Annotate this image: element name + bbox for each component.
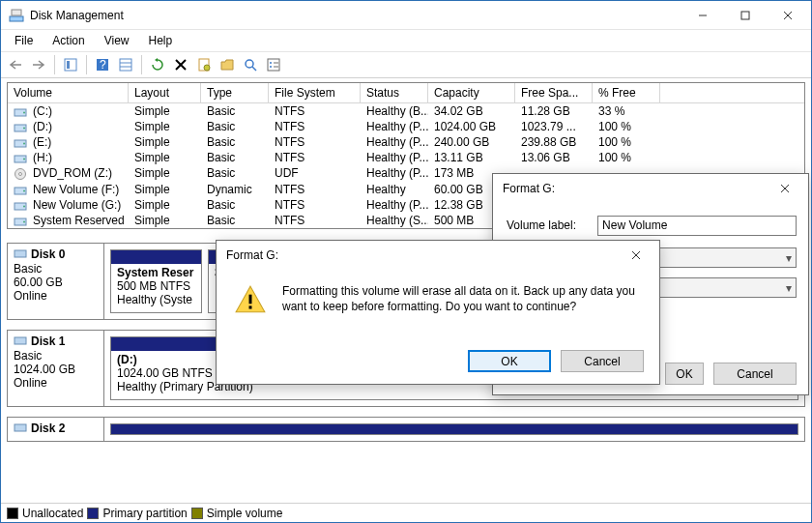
part-title: System Reser xyxy=(117,266,193,279)
drive-icon xyxy=(14,122,29,133)
disk-icon xyxy=(14,421,27,436)
svg-point-31 xyxy=(23,158,25,160)
svg-rect-48 xyxy=(249,305,252,308)
folder-icon[interactable] xyxy=(217,54,238,75)
disk2-name: Disk 2 xyxy=(31,421,65,435)
close-icon[interactable] xyxy=(617,243,655,268)
help-button[interactable]: ? xyxy=(92,54,113,75)
legend-unallocated: Unallocated xyxy=(22,507,83,520)
format-warning-dialog: Format G: Formatting this volume will er… xyxy=(216,240,660,385)
volume-label-input[interactable] xyxy=(597,216,797,236)
forward-button[interactable] xyxy=(28,54,49,75)
back-button[interactable] xyxy=(5,54,26,75)
svg-point-29 xyxy=(23,142,25,144)
partition-disk2[interactable] xyxy=(110,423,798,435)
list-view-icon[interactable] xyxy=(263,54,284,75)
svg-point-33 xyxy=(19,172,22,175)
part-title: (D:) xyxy=(117,353,137,366)
svg-rect-1 xyxy=(12,10,21,15)
disk0-size: 60.00 GB xyxy=(14,276,98,289)
column-header[interactable]: Capacity xyxy=(428,83,515,102)
column-header[interactable]: Type xyxy=(201,83,269,102)
menu-view[interactable]: View xyxy=(97,32,137,49)
disk0-type: Basic xyxy=(14,262,98,276)
partition-system-reserved[interactable]: System Reser 500 MB NTFS Healthy (Syste xyxy=(110,249,202,313)
disk-management-icon xyxy=(9,8,24,23)
svg-rect-6 xyxy=(65,59,76,71)
ok-button[interactable]: OK xyxy=(468,350,551,372)
svg-rect-7 xyxy=(67,61,70,69)
disk1-name: Disk 1 xyxy=(31,334,65,348)
volume-row[interactable]: (H:)SimpleBasicNTFSHealthy (P...13.11 GB… xyxy=(8,150,804,165)
part-line2: 500 MB NTFS xyxy=(117,279,195,293)
toolbar: ? xyxy=(1,51,811,78)
drive-icon xyxy=(14,185,29,196)
svg-point-39 xyxy=(23,220,25,222)
disk1-size: 1024.00 GB xyxy=(14,363,98,376)
volume-row[interactable]: (D:)SimpleBasicNTFSHealthy (P...1024.00 … xyxy=(8,119,804,134)
column-header[interactable]: Volume xyxy=(8,83,129,102)
search-icon[interactable] xyxy=(240,54,261,75)
close-button[interactable] xyxy=(767,2,809,29)
drive-icon xyxy=(14,106,29,118)
disk1-state: Online xyxy=(14,376,98,390)
svg-rect-40 xyxy=(14,250,26,257)
properties-icon[interactable] xyxy=(193,54,215,75)
svg-point-21 xyxy=(270,66,272,68)
menu-bar: File Action View Help xyxy=(1,30,811,51)
menu-help[interactable]: Help xyxy=(141,32,181,49)
svg-rect-10 xyxy=(120,59,131,71)
legend: Unallocated Primary partition Simple vol… xyxy=(1,503,811,522)
disk0-state: Online xyxy=(14,289,98,303)
window-title: Disk Management xyxy=(30,9,682,22)
svg-rect-42 xyxy=(14,424,26,431)
svg-point-20 xyxy=(270,62,272,64)
refresh-button[interactable] xyxy=(147,54,168,75)
menu-file[interactable]: File xyxy=(7,32,41,49)
warning-message: Formatting this volume will erase all da… xyxy=(282,283,642,319)
svg-line-18 xyxy=(252,67,256,71)
disk-icon xyxy=(14,247,27,262)
delete-icon[interactable] xyxy=(170,54,191,75)
settings-view-button[interactable] xyxy=(115,54,136,75)
svg-rect-3 xyxy=(741,12,749,19)
show-hide-button[interactable] xyxy=(60,54,81,75)
cancel-button-bg[interactable]: Cancel xyxy=(713,363,797,385)
svg-text:?: ? xyxy=(100,58,106,72)
drive-icon xyxy=(14,200,29,212)
ok-button-bg[interactable]: OK xyxy=(665,363,704,385)
svg-point-25 xyxy=(23,111,25,113)
svg-point-27 xyxy=(23,127,25,129)
menu-action[interactable]: Action xyxy=(44,32,92,49)
legend-simple: Simple volume xyxy=(207,507,283,520)
volume-label-label: Volume label: xyxy=(505,215,578,236)
maximize-button[interactable] xyxy=(724,2,767,29)
drive-icon xyxy=(14,137,29,149)
svg-rect-47 xyxy=(249,295,252,305)
column-header[interactable]: % Free xyxy=(593,83,660,102)
column-header[interactable]: Status xyxy=(361,83,428,102)
disk-icon xyxy=(14,334,27,349)
svg-point-37 xyxy=(23,205,25,207)
close-icon[interactable] xyxy=(766,176,804,201)
column-header[interactable]: Layout xyxy=(129,83,201,102)
svg-rect-41 xyxy=(14,337,26,344)
volume-row[interactable]: (E:)SimpleBasicNTFSHealthy (P...240.00 G… xyxy=(8,134,804,150)
part-line3: Healthy (Syste xyxy=(117,293,195,306)
legend-primary: Primary partition xyxy=(102,507,187,520)
drive-icon xyxy=(14,216,29,227)
cancel-button[interactable]: Cancel xyxy=(561,350,644,372)
disk1-type: Basic xyxy=(14,349,98,363)
svg-point-17 xyxy=(246,60,253,68)
column-header[interactable]: Free Spa... xyxy=(515,83,593,102)
drive-icon xyxy=(14,153,29,164)
warning-icon xyxy=(234,283,267,319)
minimize-button[interactable] xyxy=(682,2,724,29)
svg-rect-0 xyxy=(10,16,23,21)
volume-row[interactable]: (C:)SimpleBasicNTFSHealthy (B...34.02 GB… xyxy=(8,103,804,119)
format-dialog-title: Format G: xyxy=(503,182,766,195)
svg-point-16 xyxy=(204,65,210,71)
column-header[interactable]: File System xyxy=(269,83,361,102)
dvd-icon xyxy=(14,167,29,181)
svg-point-35 xyxy=(23,189,25,191)
